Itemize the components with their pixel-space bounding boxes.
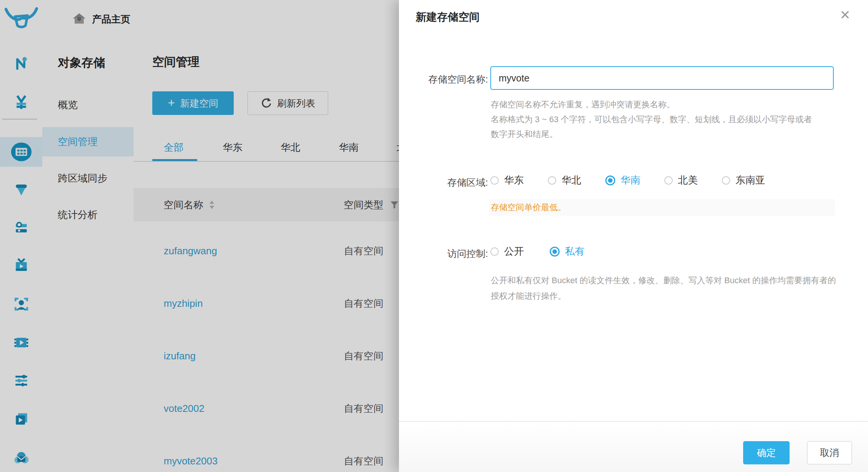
create-bucket-modal: 新建存储空间 ✕ 存储空间名称: 存储空间名称不允许重复，遇到冲突请更换名称。 … <box>399 0 868 472</box>
region-option-huabei[interactable]: 华北 <box>548 174 581 187</box>
access-help: 公开和私有仅对 Bucket 的读文件生效，修改、删除、写入等对 Bucket … <box>491 273 838 304</box>
modal-title: 新建存储空间 <box>416 10 480 24</box>
access-help-text: 公开和私有仅对 Bucket 的读文件生效，修改、删除、写入等对 Bucket … <box>491 273 838 304</box>
confirm-button[interactable]: 确定 <box>743 441 790 464</box>
radio-unchecked-icon <box>664 176 673 185</box>
bucket-name-input[interactable] <box>490 66 834 90</box>
region-radio-group: 华东 华北 华南 北美 东南亚 <box>490 174 765 187</box>
region-option-huadong[interactable]: 华东 <box>490 174 524 187</box>
radio-unchecked-icon <box>722 176 730 185</box>
radio-unchecked-icon <box>548 176 556 185</box>
radio-unchecked-icon <box>490 247 499 256</box>
bucket-name-help: 存储空间名称不允许重复，遇到冲突请更换名称。 名称格式为 3 ~ 63 个字符，… <box>491 97 838 142</box>
radio-unchecked-icon <box>490 176 499 185</box>
access-option-private[interactable]: 私有 <box>550 245 585 258</box>
radio-checked-icon <box>605 175 615 185</box>
app-root: 产品主页 <box>0 0 868 472</box>
cancel-button[interactable]: 取消 <box>807 441 852 464</box>
radio-checked-icon <box>550 247 560 257</box>
access-option-public[interactable]: 公开 <box>490 245 524 258</box>
close-icon[interactable]: ✕ <box>840 8 851 21</box>
bucket-name-help-line1: 存储空间名称不允许重复，遇到冲突请更换名称。 <box>491 97 838 112</box>
region-price-note: 存储空间单价最低。 <box>489 199 835 216</box>
bucket-name-help-line2: 名称格式为 3 ~ 63 个字符，可以包含小写字母、数字、短划线，且必须以小写字… <box>491 112 815 142</box>
region-option-huanan[interactable]: 华南 <box>605 174 640 187</box>
region-label: 存储区域: <box>414 176 488 189</box>
region-option-beimei[interactable]: 北美 <box>664 174 698 187</box>
modal-footer: 确定 取消 <box>399 421 868 472</box>
access-label: 访问控制: <box>414 247 488 260</box>
region-option-dongnanya[interactable]: 东南亚 <box>722 174 765 187</box>
access-radio-group: 公开 私有 <box>490 245 585 258</box>
bucket-name-label: 存储空间名称: <box>414 73 488 86</box>
